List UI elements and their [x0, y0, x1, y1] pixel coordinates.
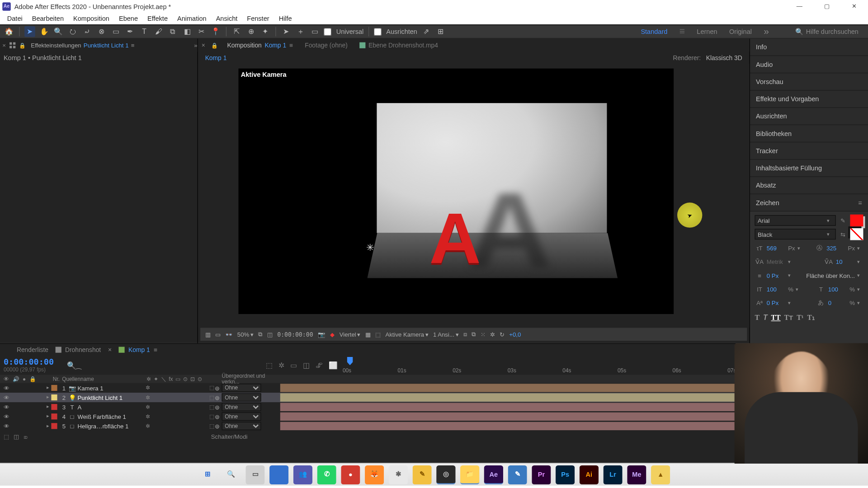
super-button[interactable]: T¹ [797, 314, 803, 323]
vb-g1-icon[interactable]: ⧈ [463, 331, 467, 338]
stroke-value[interactable]: 0 Px [767, 272, 786, 279]
font-weight-select[interactable]: Black▾ [755, 229, 835, 239]
puppet-tool-icon[interactable]: 📍 [211, 26, 222, 37]
hand-tool-icon[interactable]: ✋ [39, 26, 50, 37]
swap-icon[interactable]: ⇆ [838, 230, 848, 239]
menu-hilfe[interactable]: Hilfe [275, 14, 296, 23]
taskbar-lightroom[interactable]: Lr [604, 465, 623, 484]
tab-footage[interactable]: Footage (ohne) [299, 39, 354, 52]
breadcrumb-comp[interactable]: Komp 1 [205, 54, 227, 61]
workspace-original[interactable]: Original [729, 28, 752, 35]
views-select[interactable]: 1 Ansi... ▾ [433, 331, 458, 338]
vb-g5-icon[interactable]: ↻ [500, 331, 505, 338]
renderer-value[interactable]: Klassisch 3D [706, 54, 742, 61]
panel-vorschau[interactable]: Vorschau [750, 73, 868, 90]
taskbar-illustrator[interactable]: Ai [580, 465, 599, 484]
current-time-indicator-icon[interactable] [347, 357, 353, 365]
foot-ic3[interactable]: ⎄ [24, 433, 28, 440]
exposure-value[interactable]: +0,0 [509, 331, 521, 338]
panel-absatz[interactable]: Absatz [750, 177, 868, 194]
panel-info[interactable]: Info [750, 39, 868, 56]
taskbar-app2[interactable]: ✱ [389, 465, 408, 484]
panel-effekte-und-vorgaben[interactable]: Effekte und Vorgaben [750, 90, 868, 108]
snap-checkbox[interactable] [324, 28, 331, 35]
visibility-icon[interactable]: 👁 [4, 423, 9, 430]
box-icon[interactable]: ▭ [309, 26, 320, 37]
taskbar-obs[interactable]: ◎ [436, 465, 455, 484]
workspace-standard[interactable]: Standard [641, 28, 667, 35]
italic-button[interactable]: T [763, 314, 768, 323]
tl-ic1[interactable]: ⬚ [266, 361, 273, 369]
eraser-tool-icon[interactable]: ◧ [182, 26, 193, 37]
parent-select[interactable]: Ohne [222, 413, 261, 421]
zoom-tool-icon[interactable]: 🔍 [53, 26, 64, 37]
panel-audio[interactable]: Audio [750, 56, 868, 73]
home-icon[interactable]: 🏠 [4, 26, 14, 37]
grid-icon[interactable] [9, 42, 15, 48]
panel-ausrichten[interactable]: Ausrichten [750, 108, 868, 125]
visibility-icon[interactable]: 👁 [4, 394, 9, 401]
parent-pick-icon[interactable]: ⊚ [215, 394, 220, 401]
taskbar-taskview[interactable]: ▭ [245, 465, 264, 484]
allcaps-button[interactable]: TT [771, 314, 781, 323]
taskbar-search[interactable]: 🔍 [222, 465, 241, 484]
rotate-tool-icon[interactable]: ⤾ [82, 26, 93, 37]
align-checkbox[interactable] [374, 28, 382, 35]
tab-renderlist[interactable]: Renderliste [17, 346, 48, 353]
taskbar-explorer[interactable]: 📁 [460, 465, 479, 484]
bold-button[interactable]: T [755, 314, 760, 323]
menu-komposition[interactable]: Komposition [70, 14, 113, 23]
anchor-tool-icon[interactable]: ⊗ [96, 26, 107, 37]
clone-tool-icon[interactable]: ⧉ [168, 26, 179, 37]
foot-ic2[interactable]: ◫ [14, 433, 19, 440]
timecode-display[interactable]: 0:00:00:00 00000 (29,97 fps) [0, 356, 60, 375]
menu-ansicht[interactable]: Ansicht [212, 14, 241, 23]
effect-tab-label[interactable]: Effekteinstellungen [31, 42, 81, 49]
local-axis-icon[interactable]: ⇱ [231, 26, 242, 37]
taskbar-teams[interactable]: 👥 [293, 465, 312, 484]
tab-composition[interactable]: Komposition Komp 1 ≡ [221, 39, 299, 52]
panel-bibliotheken[interactable]: Bibliotheken [750, 125, 868, 142]
vb-screen-icon[interactable]: ▭ [215, 331, 221, 338]
lock-icon[interactable] [211, 42, 218, 49]
quality-select[interactable]: Viertel ▾ [340, 331, 360, 338]
viewer-timecode[interactable]: 0:00:00:00 [277, 331, 313, 338]
toggle-switches[interactable]: Schalter/Modi [211, 433, 248, 440]
menu-datei[interactable]: Datei [4, 14, 26, 23]
view-axis-icon[interactable]: ✦ [260, 26, 271, 37]
vb-channels-icon[interactable]: ◆ [330, 331, 335, 338]
parent-select[interactable]: Ohne [222, 384, 261, 392]
taskbar-app4[interactable]: ✎ [508, 465, 527, 484]
hscale-value[interactable]: 100 [828, 286, 847, 292]
taskbar-app1[interactable] [269, 465, 288, 484]
tl-ic2[interactable]: ✲ [278, 361, 284, 369]
align-opt-icon[interactable]: ⇗ [421, 26, 432, 37]
roto-tool-icon[interactable]: ✂ [196, 26, 207, 37]
parent-select[interactable]: Ohne [222, 422, 261, 430]
vb-snapshot-icon[interactable]: 📷 [318, 331, 325, 338]
panel-inhaltsbasierte-füllung[interactable]: Inhaltsbasierte Füllung [750, 160, 868, 177]
vb-g3-icon[interactable]: ⁙ [481, 331, 486, 338]
font-size-value[interactable]: 569 [767, 244, 786, 251]
taskbar-app-red[interactable]: ● [341, 465, 360, 484]
visibility-icon[interactable]: 👁 [4, 404, 9, 410]
pen-tool-icon[interactable]: ✒ [125, 26, 136, 37]
font-family-select[interactable]: Arial▾ [755, 215, 835, 226]
viewer[interactable]: Aktive Kamera A A ✳ [198, 64, 750, 328]
taskbar-photoshop[interactable]: Ps [556, 465, 575, 484]
foot-ic1[interactable]: ⬚ [4, 433, 9, 440]
timeline-search-icon[interactable]: 🔍⁔ [67, 361, 82, 369]
cursor-icon[interactable]: ➤ [281, 26, 292, 37]
visibility-icon[interactable]: 👁 [4, 385, 9, 391]
vb-mask-icon[interactable]: ▥ [205, 331, 211, 338]
taskbar-app5[interactable]: ▲ [651, 465, 670, 484]
rect-tool-icon[interactable]: ▭ [110, 26, 121, 37]
tsume-value[interactable]: 0 [828, 300, 847, 306]
vb-g2-icon[interactable]: ⧉ [472, 331, 476, 338]
camera-select[interactable]: Aktive Kamera ▾ [385, 331, 428, 338]
parent-pick-icon[interactable]: ⊚ [215, 404, 220, 410]
smallcaps-button[interactable]: Tᴛ [784, 314, 793, 323]
parent-pick-icon[interactable]: ⊚ [215, 385, 220, 391]
maximize-button[interactable]: ▢ [813, 0, 841, 13]
world-axis-icon[interactable]: ⊕ [245, 26, 256, 37]
